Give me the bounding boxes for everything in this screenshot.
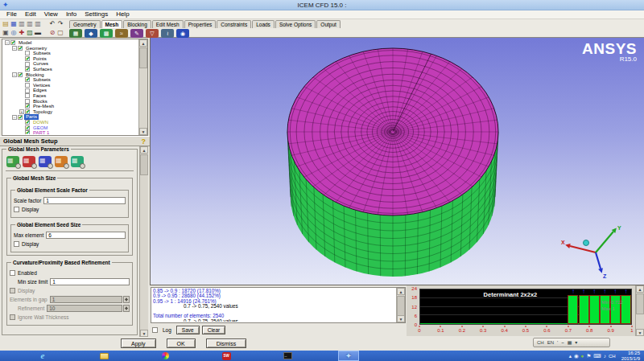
tree-checkbox[interactable]: ✔ [25,125,30,130]
tree-item-pre-mesh[interactable]: ✔Pre-Mesh [3,104,138,109]
menu-view[interactable]: View [40,10,62,18]
global-mesh-size-icon[interactable]: ▦ [6,156,19,167]
ime-toolbar[interactable]: CHEN'~▦▾ [533,338,610,347]
tree-item-geom[interactable]: ✔GEOM [3,125,138,131]
tray-update-icon[interactable]: ● [581,351,584,361]
display-checkbox[interactable] [14,207,19,212]
ime-symbol-button[interactable]: ~ [561,338,564,347]
tray-flag-icon[interactable]: ⚑ [587,351,592,361]
menu-file[interactable]: File [2,10,21,18]
ime-lang-button[interactable]: EN [547,338,554,347]
undo-icon[interactable]: ↶ [48,19,56,28]
tree-item-topology[interactable]: +✔Topology [3,109,138,115]
taskbar-cmd-icon[interactable]: _ [277,351,298,361]
measure-distance-icon[interactable]: ✚ [18,28,26,37]
tree-expander-icon[interactable]: − [12,72,17,77]
tree-item-points[interactable]: ✔Points [3,56,138,62]
tab-mesh[interactable]: Mesh [101,20,123,28]
volume-mesh-setup-icon[interactable]: ▩ [100,29,113,38]
compute-mesh-icon[interactable]: ▦ [69,29,82,38]
tree-item-subsets[interactable]: ✔Subsets [3,77,138,83]
max-element-input[interactable]: 6 [46,232,126,239]
refinement-input[interactable]: 10 [47,305,122,312]
log-checkbox[interactable] [152,327,158,333]
ime-softkbd-button[interactable]: ▦ [568,338,572,347]
tree-checkbox[interactable] [25,51,30,55]
clear-selection-icon[interactable]: ⊘ [48,28,56,37]
ime-mode-button[interactable]: CH [537,338,544,347]
tab-properties[interactable]: Properties [184,20,217,28]
scrollbar-thumb[interactable] [636,293,644,314]
local-coordinate-icon[interactable]: ▨ [26,28,34,37]
tree-checkbox[interactable]: ✔ [10,40,15,45]
tab-geometry[interactable]: Geometry [69,20,101,28]
taskbar-icem-icon[interactable]: ✦ [338,351,359,361]
tree-checkbox[interactable]: ✔ [25,130,30,134]
tree-checkbox[interactable] [25,88,30,93]
copy-icon[interactable]: ▥ [18,19,26,28]
tree-checkbox[interactable]: ✔ [25,120,30,125]
help-icon[interactable]: ? [142,137,147,146]
tab-output[interactable]: Output [316,20,341,28]
bounding-box-icon[interactable]: ▢ [56,28,64,37]
tree-expander-icon[interactable]: − [5,40,10,45]
tree-item-vertices[interactable]: Vertices [3,83,138,88]
tree-checkbox[interactable] [25,93,30,98]
tree-item-geometry[interactable]: −✔Geometry [3,46,138,51]
elements-in-gap-input[interactable]: 1 [50,296,122,303]
record-video-icon[interactable]: ▬ [34,28,42,37]
language-indicator[interactable]: CH [609,354,616,359]
3d-viewport[interactable]: ANSYS R15.0 XYZ [150,38,644,285]
prism-meshing-params-icon[interactable]: ▦ [55,156,68,167]
histogram-bar[interactable] [579,295,589,324]
tree-expander-icon[interactable]: − [12,46,17,51]
spinner-control[interactable] [123,305,130,312]
histogram-bar[interactable] [589,295,600,324]
scale-factor-input[interactable]: 1 [43,197,126,204]
screenshot-icon[interactable]: ▥ [34,19,42,28]
spinner-control[interactable] [123,296,130,303]
tree-item-edges[interactable]: Edges [3,88,138,93]
zoom-select-icon[interactable]: ◎ [10,28,18,37]
tree-expander-icon[interactable]: − [12,115,17,120]
tree-checkbox[interactable]: ✔ [25,67,30,72]
scroll-up-icon[interactable]: ▲ [139,39,147,47]
clear-button[interactable]: Clear [202,326,226,334]
paste-icon[interactable]: ▥ [26,19,34,28]
open-project-icon[interactable]: ▤ [2,19,10,28]
taskbar-ie-icon[interactable]: e [32,351,53,361]
tab-solve-options[interactable]: Solve Options [275,20,316,28]
tree-item-parts[interactable]: −✔Parts [3,114,138,120]
scroll-up-icon[interactable]: ▲ [397,288,405,295]
tree-checkbox[interactable]: ✔ [25,77,30,82]
menu-settings[interactable]: Settings [80,10,112,18]
tab-constraints[interactable]: Constraints [217,20,251,28]
scrollbar[interactable]: ▲▼ [396,288,405,322]
part-mesh-setup-icon[interactable]: ▽ [146,29,159,38]
tree-checkbox[interactable]: ✔ [25,109,30,114]
mesh-globe-icon[interactable]: ◉ [176,29,189,38]
display-checkbox[interactable] [14,241,19,247]
tree-checkbox[interactable] [25,83,30,88]
tab-loads[interactable]: Loads [252,20,275,28]
tray-defender-icon[interactable]: ◉ [574,351,579,361]
pid-display-icon[interactable]: ▣ [2,28,10,37]
save-button[interactable]: Save [176,326,200,334]
scrollbar[interactable]: ▲▼ [138,39,147,135]
tree-item-faces[interactable]: Faces [3,93,138,99]
tree-checkbox[interactable]: ✔ [18,46,23,51]
scroll-down-icon[interactable]: ▼ [397,315,405,322]
shell-meshing-params-icon[interactable]: ▦ [23,156,35,167]
scrollbar-thumb[interactable] [139,47,147,68]
tree-item-subsets[interactable]: Subsets [3,51,138,56]
redo-icon[interactable]: ↷ [56,19,64,28]
curve-mesh-setup-icon[interactable]: ≈ [115,29,128,38]
scroll-down-icon[interactable]: ▼ [636,329,644,336]
tree-checkbox[interactable]: ✔ [25,56,30,61]
tree-expander-icon[interactable]: + [19,109,24,114]
tree-checkbox[interactable]: ✔ [18,115,23,120]
tree-checkbox[interactable] [25,62,30,67]
menu-info[interactable]: Info [62,10,80,18]
mesh-curve-icon[interactable]: ≀ [161,29,174,38]
menu-help[interactable]: Help [112,10,133,18]
